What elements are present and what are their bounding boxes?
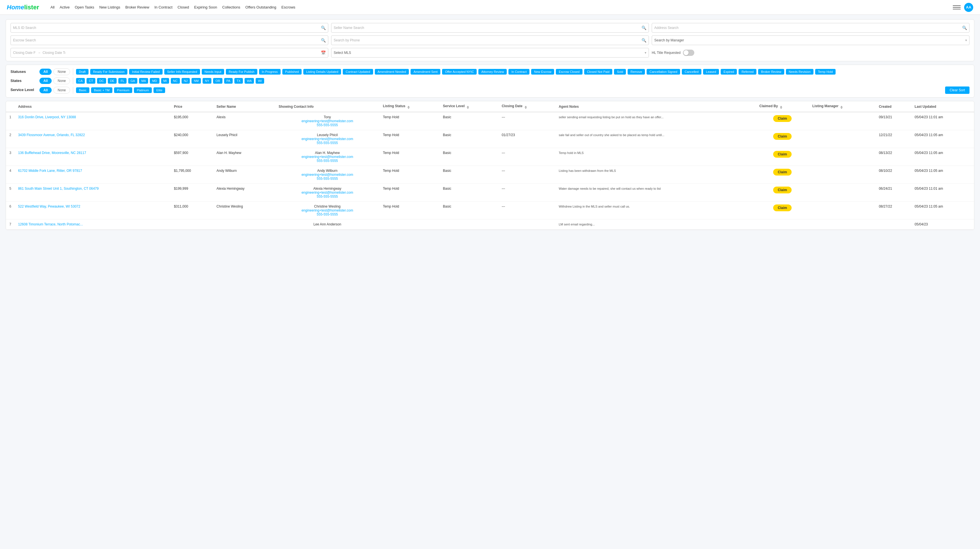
- address-link[interactable]: 61702 Middle Fork Lane, Ritter, OR 97817: [18, 169, 82, 173]
- state-tag-tx[interactable]: TX: [234, 78, 243, 84]
- contact-email[interactable]: engineering+test@homelister.com: [278, 137, 376, 141]
- state-tag-or[interactable]: OR: [213, 78, 223, 84]
- state-tag-ga[interactable]: GA: [128, 78, 137, 84]
- col-claimed[interactable]: Claimed By: [756, 101, 809, 112]
- status-tag-needs-revision[interactable]: Needs Revision: [786, 69, 813, 75]
- phone-search-input[interactable]: [334, 38, 640, 42]
- state-tag-nc[interactable]: NC: [171, 78, 180, 84]
- col-service-level[interactable]: Service Level: [439, 101, 498, 112]
- status-tag-expired[interactable]: Expired: [721, 69, 737, 75]
- contact-email[interactable]: engineering+test@homelister.com: [278, 208, 376, 213]
- state-tag-ma[interactable]: MA: [139, 78, 148, 84]
- contact-phone[interactable]: 555-555-5555: [278, 159, 376, 163]
- nav-link-collections[interactable]: Collections: [222, 5, 240, 10]
- status-tag-in-contract[interactable]: In Contract: [508, 69, 530, 75]
- status-tag-initial-review-failed[interactable]: Initial Review Failed: [129, 69, 162, 75]
- states-none-button[interactable]: None: [53, 78, 70, 84]
- col-manager[interactable]: Listing Manager: [809, 101, 875, 112]
- service-tag-basic[interactable]: Basic: [76, 87, 89, 93]
- nav-link-open-tasks[interactable]: Open Tasks: [75, 5, 94, 10]
- service-level-none-button[interactable]: None: [53, 87, 70, 94]
- nav-link-broker-review[interactable]: Broker Review: [126, 5, 150, 10]
- contact-email[interactable]: engineering+test@homelister.com: [278, 173, 376, 177]
- claim-button[interactable]: Claim: [773, 115, 792, 122]
- service-tag-platinum[interactable]: Platinum: [134, 87, 152, 93]
- nav-link-closed[interactable]: Closed: [178, 5, 189, 10]
- state-tag-fl[interactable]: FL: [118, 78, 127, 84]
- nav-link-in-contract[interactable]: In Contract: [154, 5, 172, 10]
- nav-link-offers-outstanding[interactable]: Offers Outstanding: [245, 5, 276, 10]
- status-tag-leased[interactable]: Leased: [703, 69, 719, 75]
- closing-date-from-input[interactable]: [13, 51, 36, 55]
- nav-link-escrows[interactable]: Escrows: [282, 5, 295, 10]
- service-level-all-button[interactable]: All: [40, 87, 52, 93]
- status-tag-referred[interactable]: Referred: [738, 69, 756, 75]
- status-tag-contract-updated[interactable]: Contract Updated: [343, 69, 373, 75]
- address-link[interactable]: 316 Donlin Drive, Liverpool, NY 13088: [18, 115, 76, 119]
- state-tag-wi[interactable]: WI: [256, 78, 264, 84]
- claim-button[interactable]: Claim: [773, 151, 792, 158]
- status-tag-temp-hold[interactable]: Temp Hold: [815, 69, 836, 75]
- status-tag-seller-info-requested[interactable]: Seller Info Requested: [164, 69, 200, 75]
- hl-title-toggle[interactable]: [683, 50, 694, 56]
- escrow-search-input[interactable]: [13, 38, 320, 42]
- claim-button[interactable]: Claim: [773, 169, 792, 176]
- status-tag-remove[interactable]: Remove: [628, 69, 645, 75]
- state-tag-md[interactable]: MD: [150, 78, 159, 84]
- statuses-none-button[interactable]: None: [53, 68, 70, 75]
- status-tag-sold[interactable]: Sold: [614, 69, 626, 75]
- contact-email[interactable]: engineering+test@homelister.com: [278, 155, 376, 159]
- state-tag-ct[interactable]: CT: [86, 78, 95, 84]
- state-tag-dc[interactable]: DC: [97, 78, 106, 84]
- claim-button[interactable]: Claim: [773, 187, 792, 194]
- state-tag-mi[interactable]: MI: [161, 78, 169, 84]
- status-tag-ready-for-submission[interactable]: Ready For Submission: [90, 69, 127, 75]
- status-tag-broker-review[interactable]: Broker Review: [758, 69, 784, 75]
- status-tag-escrow-closed[interactable]: Escrow Closed: [556, 69, 582, 75]
- manager-search-select[interactable]: Search by Manager: [654, 38, 965, 42]
- contact-phone[interactable]: 555-555-5555: [278, 141, 376, 145]
- clear-sort-button[interactable]: Clear Sort: [945, 86, 969, 94]
- state-tag-pa[interactable]: PA: [224, 78, 233, 84]
- address-link[interactable]: 522 Westfield Way, Pewaukee, WI 53072: [18, 205, 80, 208]
- nav-link-active[interactable]: Active: [60, 5, 70, 10]
- status-tag-in-progress[interactable]: In Progress: [259, 69, 281, 75]
- col-closing-date[interactable]: Closing Date: [498, 101, 555, 112]
- claim-button[interactable]: Claim: [773, 205, 792, 211]
- hamburger-icon[interactable]: [953, 3, 961, 11]
- closing-date-to-input[interactable]: [43, 51, 65, 55]
- status-tag-cancellation-signed[interactable]: Cancellation Signed: [647, 69, 680, 75]
- seller-search-input[interactable]: [334, 26, 640, 30]
- nav-link-expiring-soon[interactable]: Expiring Soon: [194, 5, 217, 10]
- address-link[interactable]: 136 Bufflehead Drive, Mooresville, NC 28…: [18, 151, 86, 155]
- contact-phone[interactable]: 555-555-5555: [278, 177, 376, 181]
- status-tag-published[interactable]: Published: [282, 69, 302, 75]
- status-tag-amendment-needed[interactable]: Amendment Needed: [375, 69, 409, 75]
- status-tag-offer-accepted-nyic[interactable]: Offer Accepted NYIC: [442, 69, 477, 75]
- state-tag-ca[interactable]: CA: [76, 78, 85, 84]
- state-tag-de[interactable]: DE: [108, 78, 117, 84]
- contact-phone[interactable]: 555-555-5555: [278, 195, 376, 198]
- address-link[interactable]: 861 South Main Street Unit 1, Southingto…: [18, 187, 99, 190]
- status-tag-draft[interactable]: Draft: [76, 69, 89, 75]
- nav-link-all[interactable]: All: [51, 5, 54, 10]
- contact-phone[interactable]: 555-555-5555: [278, 213, 376, 216]
- contact-phone[interactable]: 555-555-5555: [278, 123, 376, 127]
- claim-button[interactable]: Claim: [773, 133, 792, 140]
- status-tag-ready-for-publish[interactable]: Ready For Publish: [226, 69, 257, 75]
- brand-logo[interactable]: Homelister: [7, 4, 39, 11]
- service-tag-elite[interactable]: Elite: [153, 87, 165, 93]
- status-tag-needs-input[interactable]: Needs Input: [202, 69, 224, 75]
- state-tag-nj[interactable]: NJ: [181, 78, 190, 84]
- statuses-all-button[interactable]: All: [40, 68, 52, 75]
- nav-link-new-listings[interactable]: New Listings: [99, 5, 120, 10]
- states-all-button[interactable]: All: [40, 78, 52, 84]
- state-tag-ny[interactable]: NY: [203, 78, 212, 84]
- status-tag-new-escrow[interactable]: New Escrow: [531, 69, 554, 75]
- status-tag-closed-not-paid[interactable]: Closed Not Paid: [584, 69, 612, 75]
- col-status[interactable]: Listing Status: [379, 101, 439, 112]
- avatar[interactable]: AA: [964, 3, 973, 12]
- contact-email[interactable]: engineering+test@homelister.com: [278, 119, 376, 123]
- status-tag-listing-details-updated[interactable]: Listing Details Updated: [303, 69, 341, 75]
- status-tag-cancelled[interactable]: Cancelled: [682, 69, 702, 75]
